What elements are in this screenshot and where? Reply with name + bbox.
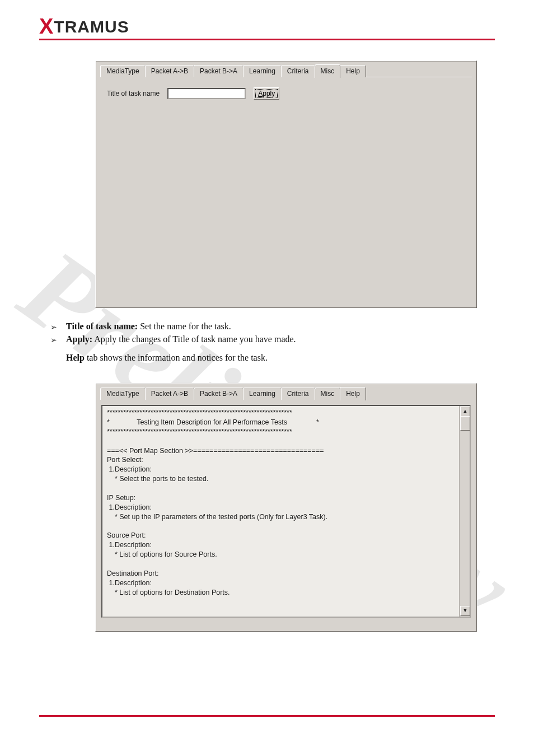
- brand-logo: XTRAMUS: [39, 15, 495, 39]
- misc-tab-body: Title of task name Apply: [100, 77, 472, 301]
- tab-learning[interactable]: Learning: [243, 65, 282, 77]
- tab-help[interactable]: Help: [340, 387, 366, 400]
- scroll-up-button[interactable]: ▲: [460, 407, 470, 417]
- tab-criteria[interactable]: Criteria: [281, 65, 315, 77]
- tabs-row-1: MediaType Packet A->B Packet B->A Learni…: [96, 61, 476, 77]
- tab-misc[interactable]: Misc: [315, 388, 341, 400]
- apply-rest: pply: [263, 90, 275, 97]
- chevron-up-icon: ▲: [463, 408, 468, 414]
- vertical-scrollbar[interactable]: ▲ ▼: [459, 406, 470, 617]
- tab-misc[interactable]: Misc: [315, 64, 341, 78]
- logo-x: X: [39, 15, 54, 38]
- apply-button[interactable]: Apply: [254, 87, 279, 100]
- help-heading: Help tab shows the information and notic…: [66, 353, 268, 362]
- bullet-2: Apply: Apply the changes of Title of tas…: [66, 334, 296, 344]
- tab-packet-ba[interactable]: Packet B->A: [194, 65, 243, 77]
- scroll-thumb[interactable]: [460, 416, 470, 431]
- tabs-row-2: MediaType Packet A->B Packet B->A Learni…: [96, 384, 476, 399]
- tab-mediatype[interactable]: MediaType: [100, 388, 146, 400]
- title-of-task-input[interactable]: [167, 88, 246, 99]
- bullet-icon: ➢: [50, 323, 58, 332]
- logo-rest: TRAMUS: [54, 17, 129, 36]
- misc-panel: MediaType Packet A->B Packet B->A Learni…: [95, 60, 477, 308]
- tab-help[interactable]: Help: [340, 65, 366, 77]
- footer-rule: [39, 715, 495, 717]
- help-text: ****************************************…: [107, 408, 457, 614]
- tab-packet-ba[interactable]: Packet B->A: [194, 388, 243, 400]
- title-of-task-label: Title of task name: [107, 90, 160, 97]
- description-bullets: ➢ Title of task name: Set the name for t…: [50, 321, 495, 363]
- tab-learning[interactable]: Learning: [243, 388, 282, 400]
- help-text-area: ****************************************…: [101, 405, 471, 618]
- tab-criteria[interactable]: Criteria: [281, 388, 315, 400]
- tab-mediatype[interactable]: MediaType: [100, 65, 146, 77]
- help-panel: MediaType Packet A->B Packet B->A Learni…: [95, 383, 477, 632]
- tab-packet-ab[interactable]: Packet A->B: [145, 388, 194, 400]
- chevron-down-icon: ▼: [463, 608, 468, 613]
- header-rule: [39, 39, 495, 40]
- bullet-icon: ➢: [50, 335, 58, 345]
- scroll-down-button[interactable]: ▼: [460, 606, 470, 616]
- bullet-1: Title of task name: Set the name for the…: [66, 321, 231, 332]
- tab-packet-ab[interactable]: Packet A->B: [145, 65, 194, 77]
